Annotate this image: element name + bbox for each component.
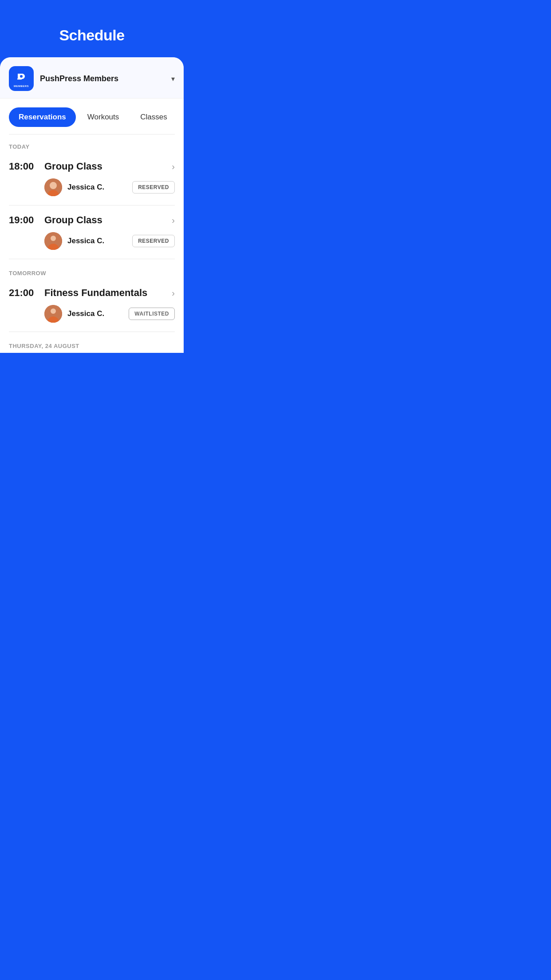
avatar-1800	[44, 178, 62, 196]
class-name-1900: Group Class	[44, 214, 168, 226]
chevron-right-icon-1900: ›	[172, 215, 175, 225]
section-thursday: THURSDAY, 24 AUGUST	[0, 334, 184, 353]
gym-selector[interactable]: MEMBERS PushPress Members ▾	[0, 57, 184, 99]
section-label-thursday: THURSDAY, 24 AUGUST	[0, 334, 184, 353]
svg-point-1	[20, 75, 23, 78]
section-today: TODAY 18:00 Group Class ›	[0, 134, 184, 257]
chevron-right-icon-2100: ›	[172, 288, 175, 298]
class-name-1800: Group Class	[44, 161, 168, 172]
section-tomorrow: TOMORROW 21:00 Fitness Fundamentals ›	[0, 261, 184, 330]
chevron-right-icon-1800: ›	[172, 162, 175, 172]
class-header-1900[interactable]: 19:00 Group Class ›	[9, 214, 175, 226]
main-card: MEMBERS PushPress Members ▾ Reservations…	[0, 57, 184, 353]
gym-logo-label: MEMBERS	[14, 85, 29, 87]
class-member-1900: Jessica C. RESERVED	[44, 232, 175, 250]
tab-classes[interactable]: Classes	[130, 107, 177, 127]
class-time-1900: 19:00	[9, 214, 44, 226]
class-time-2100: 21:00	[9, 287, 44, 299]
section-label-tomorrow: TOMORROW	[0, 261, 184, 280]
tab-reservations[interactable]: Reservations	[9, 107, 76, 127]
member-info-1900: Jessica C.	[44, 232, 104, 250]
svg-point-7	[51, 236, 56, 241]
chevron-down-icon: ▾	[171, 75, 175, 83]
gym-logo: MEMBERS	[9, 66, 34, 91]
tab-workouts[interactable]: Workouts	[78, 107, 129, 127]
tab-bar: Reservations Workouts Classes App	[0, 99, 184, 127]
status-badge-2100[interactable]: WAITLISTED	[129, 308, 175, 320]
gym-name: PushPress Members	[40, 74, 169, 83]
member-info-2100: Jessica C.	[44, 305, 104, 323]
svg-point-10	[51, 308, 56, 314]
member-info-1800: Jessica C.	[44, 178, 104, 196]
class-item-1900: 19:00 Group Class › Jessica C.	[0, 207, 184, 257]
tab-app[interactable]: App	[179, 107, 184, 127]
class-member-1800: Jessica C. RESERVED	[44, 178, 175, 196]
section-label-today: TODAY	[0, 134, 184, 154]
status-badge-1800[interactable]: RESERVED	[132, 181, 175, 194]
content-area: Reservations Workouts Classes App TODAY …	[0, 99, 184, 353]
member-name-1800: Jessica C.	[67, 183, 104, 192]
avatar-2100	[44, 305, 62, 323]
class-header-1800[interactable]: 18:00 Group Class ›	[9, 161, 175, 172]
class-item-2100: 21:00 Fitness Fundamentals › Jes	[0, 280, 184, 330]
page-title: Schedule	[9, 27, 175, 44]
section-divider-tomorrow	[9, 259, 175, 259]
class-header-2100[interactable]: 21:00 Fitness Fundamentals ›	[9, 287, 175, 299]
page-header: Schedule	[0, 0, 184, 53]
class-name-2100: Fitness Fundamentals	[44, 287, 168, 299]
class-item-1800: 18:00 Group Class ›	[0, 154, 184, 203]
section-divider-thursday	[9, 332, 175, 332]
class-time-1800: 18:00	[9, 161, 44, 172]
class-member-2100: Jessica C. WAITLISTED	[44, 305, 175, 323]
status-badge-1900[interactable]: RESERVED	[132, 235, 175, 247]
divider-1800	[9, 205, 175, 205]
svg-point-5	[51, 182, 56, 187]
member-name-1900: Jessica C.	[67, 237, 104, 245]
avatar-1900	[44, 232, 62, 250]
member-name-2100: Jessica C.	[67, 309, 104, 318]
